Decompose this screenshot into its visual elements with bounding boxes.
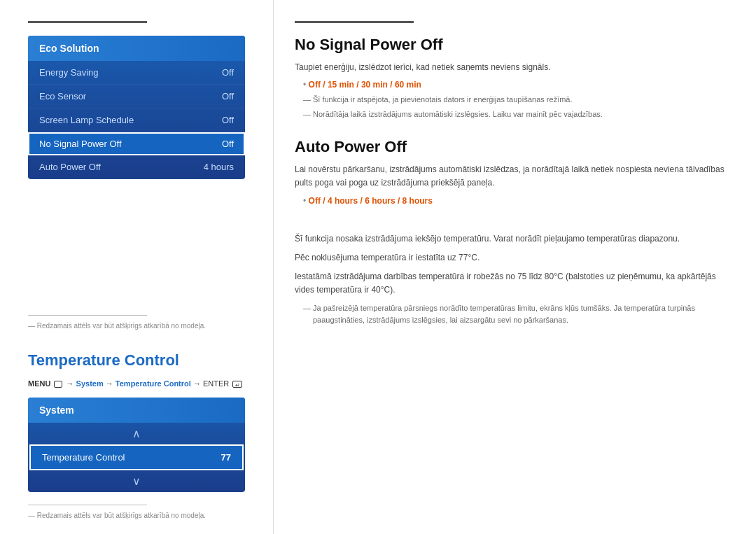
menu-path: MENU → System → Temperature Control → EN… bbox=[28, 379, 245, 388]
temp-para1: Šī funkcija nosaka izstrādājuma iekšējo … bbox=[295, 232, 728, 246]
system-header: System bbox=[28, 398, 245, 423]
right-column: No Signal Power Off Taupiet enerģiju, iz… bbox=[273, 0, 756, 534]
menu-path-temp: Temperature Control bbox=[115, 379, 191, 388]
menu-item-value: Off bbox=[222, 67, 234, 78]
temp-footnote: Redzamais attēls var būt atšķirīgs atkar… bbox=[28, 512, 206, 519]
temp-note: Ja pašreizējā temperatūra pārsniegs norā… bbox=[303, 302, 728, 325]
no-signal-intro: Taupiet enerģiju, izslēdzot ierīci, kad … bbox=[295, 61, 728, 74]
menu-path-icon bbox=[54, 381, 62, 388]
eco-solution-box: Eco Solution Energy Saving Off Eco Senso… bbox=[28, 36, 245, 179]
temp-control-item[interactable]: Temperature Control 77 bbox=[29, 444, 244, 470]
temp-section: Temperature Control MENU → System → Temp… bbox=[28, 351, 245, 520]
temp-control-label: Temperature Control bbox=[42, 452, 125, 463]
auto-power-options: Off / 4 hours / 6 hours / 8 hours bbox=[309, 196, 433, 206]
menu-item-energy-saving[interactable]: Energy Saving Off bbox=[28, 61, 245, 85]
menu-path-arrow2: → ENTER bbox=[193, 379, 231, 388]
auto-power-bullet: Off / 4 hours / 6 hours / 8 hours bbox=[303, 196, 728, 206]
top-divider-right bbox=[295, 21, 414, 23]
auto-power-section: Auto Power Off Lai novērstu pārkaršanu, … bbox=[295, 138, 728, 209]
menu-item-label: Energy Saving bbox=[39, 67, 99, 78]
no-signal-note-2: Norādītāja laikā izstrādājums automātisk… bbox=[303, 108, 728, 120]
menu-item-value: Off bbox=[222, 139, 234, 149]
no-signal-section: No Signal Power Off Taupiet enerģiju, iz… bbox=[295, 36, 728, 122]
menu-item-label: Screen Lamp Schedule bbox=[39, 115, 134, 125]
menu-item-value: Off bbox=[222, 115, 234, 125]
system-box: System ∧ Temperature Control 77 ∨ bbox=[28, 398, 245, 492]
temp-para3: Iestatāmā izstrādājuma darbības temperat… bbox=[295, 270, 728, 297]
auto-power-intro-2: vai poga uz izstrādājuma priekšējā paneļ… bbox=[336, 178, 495, 188]
menu-path-arrow1: → bbox=[106, 379, 115, 388]
temp-para2: Pēc noklusējuma temperatūra ir iestatīta… bbox=[295, 251, 728, 265]
menu-item-label: No Signal Power Off bbox=[39, 139, 122, 149]
no-signal-bullet: Off / 15 min / 30 min / 60 min bbox=[303, 80, 728, 90]
temp-footnote-divider bbox=[28, 505, 147, 505]
enter-icon: ↵ bbox=[232, 381, 242, 388]
eco-footnote: Redzamais attēls var būt atšķirīgs atkar… bbox=[28, 322, 206, 330]
temp-section-title: Temperature Control bbox=[28, 351, 245, 370]
menu-item-screen-lamp[interactable]: Screen Lamp Schedule Off bbox=[28, 108, 245, 132]
top-divider-left bbox=[28, 21, 147, 23]
menu-item-label: Auto Power Off bbox=[39, 162, 101, 172]
eco-footnote-area: Redzamais attēls var būt atšķirīgs atkar… bbox=[28, 315, 245, 330]
temp-footnote-area: Redzamais attēls var būt atšķirīgs atkar… bbox=[28, 505, 245, 520]
menu-item-auto-power[interactable]: Auto Power Off 4 hours bbox=[28, 155, 245, 179]
menu-path-menu: MENU bbox=[28, 379, 52, 388]
auto-power-intro: Lai novērstu pārkaršanu, izstrādājums au… bbox=[295, 163, 728, 190]
footnote-divider bbox=[28, 315, 147, 316]
menu-path-system-prefix: → bbox=[66, 379, 76, 388]
chevron-down-row[interactable]: ∨ bbox=[28, 470, 245, 492]
chevron-up-row[interactable]: ∧ bbox=[28, 423, 245, 444]
temp-desc-section: Šī funkcija nosaka izstrādājuma iekšējo … bbox=[295, 232, 728, 329]
chevron-up-icon: ∧ bbox=[132, 427, 141, 440]
chevron-down-icon: ∨ bbox=[132, 475, 141, 488]
left-column: Eco Solution Energy Saving Off Eco Senso… bbox=[0, 0, 266, 534]
no-signal-heading: No Signal Power Off bbox=[295, 36, 728, 54]
no-signal-note-1: Šī funkcija ir atspējota, ja pievienotai… bbox=[303, 94, 728, 106]
eco-solution-header: Eco Solution bbox=[28, 36, 245, 61]
menu-item-eco-sensor[interactable]: Eco Sensor Off bbox=[28, 85, 245, 108]
menu-item-label: Eco Sensor bbox=[39, 91, 86, 101]
menu-item-value: Off bbox=[222, 91, 234, 101]
temp-control-value: 77 bbox=[221, 452, 231, 463]
auto-power-heading: Auto Power Off bbox=[295, 138, 728, 156]
no-signal-options: Off / 15 min / 30 min / 60 min bbox=[309, 80, 421, 90]
menu-path-system: System bbox=[76, 379, 104, 388]
menu-item-value: 4 hours bbox=[204, 162, 234, 172]
menu-item-no-signal[interactable]: No Signal Power Off Off bbox=[28, 132, 245, 155]
